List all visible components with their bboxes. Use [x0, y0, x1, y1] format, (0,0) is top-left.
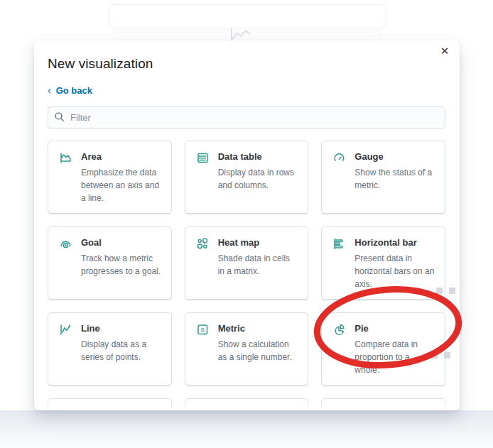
timelion-icon	[196, 409, 210, 411]
new-visualization-modal: ✕ New visualization ‹ Go back Area Empha…	[34, 40, 460, 410]
card-text: Gauge Show the status of a metric.	[354, 151, 435, 192]
card-title: Metric	[218, 322, 298, 334]
metric-icon: 8	[196, 323, 210, 337]
card-title: Area	[81, 151, 161, 163]
go-back-link[interactable]: ‹ Go back	[48, 85, 92, 96]
card-description: Track how a metric progresses to a goal.	[81, 252, 161, 278]
vis-type-card-line[interactable]: Line Display data as a series of points.	[48, 312, 172, 386]
card-text: Area Emphasize the data between an axis …	[81, 151, 161, 204]
filter-field-wrap	[48, 106, 445, 129]
card-title: Horizontal bar	[354, 236, 435, 248]
card-description: Show the status of a metric.	[354, 166, 435, 192]
go-back-label: Go back	[56, 85, 92, 96]
data-table-icon	[196, 151, 210, 165]
page-title: New visualization	[48, 56, 445, 72]
card-title: Data table	[218, 151, 298, 163]
card-text: Data table Display data in rows and colu…	[218, 151, 298, 192]
card-title: Tag cloud	[81, 408, 161, 411]
card-title: Goal	[81, 236, 161, 248]
card-text: Pie Compare data in proportion to a whol…	[354, 322, 435, 376]
card-text: Horizontal bar Present data in horizonta…	[354, 236, 435, 290]
card-description: Display data in rows and columns.	[218, 166, 298, 192]
card-description: Show a calculation as a single number.	[218, 338, 298, 364]
vis-type-card-area[interactable]: Area Emphasize the data between an axis …	[48, 141, 172, 214]
vis-type-card-pie[interactable]: Pie Compare data in proportion to a whol…	[321, 312, 445, 386]
card-description: Display data as a series of points.	[81, 338, 161, 364]
vis-type-card-horizontal-bar[interactable]: Horizontal bar Present data in horizonta…	[321, 226, 445, 300]
card-title: Line	[81, 322, 161, 334]
vis-type-card-heat-map[interactable]: Heat map Shade data in cells in a matrix…	[185, 226, 309, 300]
vis-type-card-metric[interactable]: 8 Metric Show a calculation as a single …	[185, 312, 309, 386]
card-description: Shade data in cells in a matrix.	[218, 252, 298, 278]
pie-chart-icon	[332, 323, 346, 337]
card-text: Vertical bar Present data in vertical ba…	[354, 408, 435, 411]
vis-type-card-timelion[interactable]: Timelion Show time series data on a grap…	[185, 398, 309, 411]
card-description: Present data in horizontal bars on an ax…	[354, 252, 435, 290]
filter-input[interactable]	[48, 106, 445, 129]
vertical-bar-icon	[332, 409, 346, 411]
chevron-left-icon: ‹	[48, 85, 51, 95]
card-title: Timelion	[218, 408, 298, 411]
heat-map-icon	[196, 237, 210, 251]
gauge-icon	[332, 151, 346, 165]
card-title: Vertical bar	[354, 408, 435, 411]
vis-type-card-tag-cloud[interactable]: Tag cloud Display word frequency with fo…	[48, 398, 172, 411]
svg-text:8: 8	[200, 326, 204, 333]
background-footer-band	[0, 410, 493, 448]
card-text: Metric Show a calculation as a single nu…	[218, 322, 298, 364]
close-icon[interactable]: ✕	[437, 43, 453, 59]
vis-type-card-data-table[interactable]: Data table Display data in rows and colu…	[185, 141, 309, 214]
tag-cloud-icon	[59, 409, 72, 411]
card-text: Timelion Show time series data on a grap…	[218, 408, 298, 411]
card-text: Heat map Shade data in cells in a matrix…	[218, 236, 298, 278]
background-toolbar	[108, 4, 386, 28]
vis-cards-grid: Area Emphasize the data between an axis …	[48, 141, 445, 411]
card-text: Line Display data as a series of points.	[81, 322, 161, 364]
goal-icon	[59, 237, 72, 251]
card-description: Emphasize the data between an axis and a…	[81, 166, 161, 204]
card-description: Compare data in proportion to a whole.	[354, 338, 435, 376]
card-text: Goal Track how a metric progresses to a …	[81, 236, 161, 278]
card-title: Heat map	[218, 236, 298, 248]
card-title: Pie	[354, 322, 435, 334]
card-text: Tag cloud Display word frequency with fo…	[81, 408, 161, 411]
vis-type-card-vertical-bar[interactable]: Vertical bar Present data in vertical ba…	[321, 398, 445, 411]
vis-type-card-gauge[interactable]: Gauge Show the status of a metric.	[321, 141, 445, 214]
horizontal-bar-icon	[332, 237, 346, 251]
vis-type-card-goal[interactable]: Goal Track how a metric progresses to a …	[48, 226, 172, 300]
line-chart-icon	[59, 323, 72, 337]
area-chart-icon	[59, 151, 72, 165]
card-title: Gauge	[354, 151, 435, 163]
